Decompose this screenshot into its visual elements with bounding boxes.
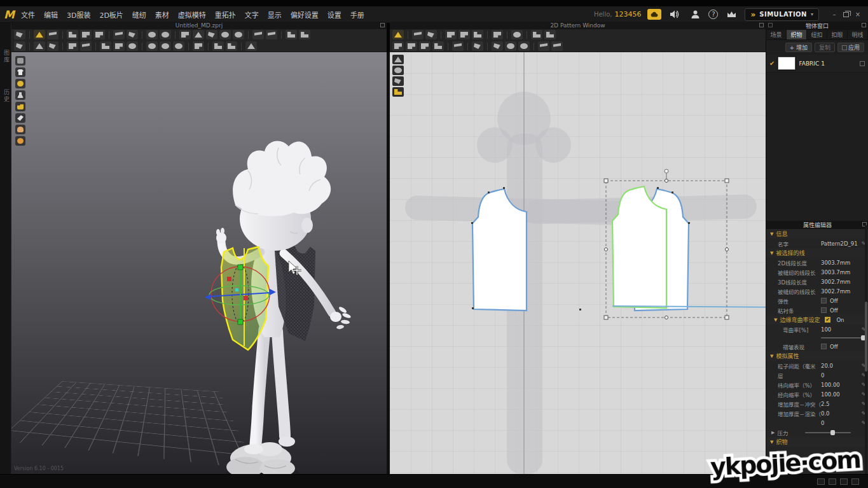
menu-item-avatar[interactable]: 虚拟模特: [178, 10, 206, 20]
menu-item-3d-garment[interactable]: 3D服装: [67, 10, 90, 20]
object-window-expand-icon[interactable]: [862, 23, 866, 27]
grid-large-icon[interactable]: [299, 30, 310, 39]
tab-buttonhole[interactable]: 扣眼: [827, 30, 848, 39]
fabric-check-icon[interactable]: ✔: [769, 60, 775, 67]
avatar-display-icon[interactable]: [15, 90, 25, 100]
thickness-rendering-value[interactable]: 0.0: [821, 410, 858, 417]
pattern-fill-icon[interactable]: [505, 41, 516, 51]
topstitch-tool-icon[interactable]: [538, 41, 549, 51]
check-sewing-tool-icon[interactable]: [432, 41, 444, 51]
curvature-checkbox[interactable]: ✔: [825, 317, 830, 323]
simulation-button[interactable]: » SIMULATION ▾: [745, 8, 819, 21]
library-vertical-tab[interactable]: 图库: [3, 50, 11, 64]
collapse-icon[interactable]: ▼: [774, 317, 777, 323]
name-value[interactable]: Pattern2D_91: [821, 241, 858, 247]
fit-view-icon[interactable]: [392, 87, 404, 97]
mannequin-2d-icon[interactable]: [511, 30, 523, 39]
needle-tool-icon[interactable]: [266, 30, 277, 39]
menu-item-manual[interactable]: 手册: [350, 10, 364, 20]
elastic-checkbox[interactable]: [821, 298, 827, 303]
measure-tool-icon[interactable]: [113, 30, 125, 39]
crown-icon[interactable]: [724, 9, 738, 20]
shirt-texture-icon[interactable]: [472, 41, 483, 51]
apply-fabric-button[interactable]: 应用: [837, 43, 864, 52]
bond-tool-icon[interactable]: [160, 30, 171, 39]
edit-curve-tool-icon[interactable]: [425, 30, 437, 39]
menu-item-settings[interactable]: 设置: [327, 10, 341, 20]
menu-item-material[interactable]: 素材: [155, 10, 169, 20]
pleat-tool-icon[interactable]: [193, 41, 204, 51]
copy-fabric-button[interactable]: 复制: [815, 43, 835, 52]
account-icon[interactable]: [688, 9, 702, 20]
close-button[interactable]: ×: [854, 11, 862, 18]
bonding-checkbox[interactable]: [821, 307, 827, 313]
menu-item-display[interactable]: 显示: [268, 10, 282, 20]
fabric-options-icon[interactable]: [860, 61, 865, 66]
viewport-2d[interactable]: [390, 52, 766, 474]
polygon-tool-icon[interactable]: [458, 30, 470, 39]
segment-sewing-tool-icon[interactable]: [419, 41, 431, 51]
restore-button[interactable]: [843, 12, 849, 17]
menu-item-retopology[interactable]: 重拓扑: [215, 10, 236, 20]
simulation-dropdown-icon[interactable]: ▾: [811, 11, 813, 17]
collapse-icon[interactable]: ▼: [770, 354, 773, 359]
rectangle-tool-icon[interactable]: [472, 30, 483, 39]
knife-tool-icon[interactable]: [80, 41, 92, 51]
pressure-slider[interactable]: [805, 432, 851, 433]
cloth-display-icon[interactable]: [15, 113, 25, 123]
section-selected-line[interactable]: ▼ 被选择的线: [766, 248, 868, 258]
collapse-icon[interactable]: ▼: [770, 232, 773, 237]
pleats-tool-icon[interactable]: [492, 30, 503, 39]
button-tool-icon[interactable]: [146, 41, 158, 51]
edit-sewing-tool-icon[interactable]: [452, 41, 464, 51]
weft-shrinkage-value[interactable]: 100.00: [821, 382, 858, 388]
tab-fabric[interactable]: 织物: [787, 30, 807, 39]
section-curvature[interactable]: ▼ 边缘弯曲率设定 ✔ On: [766, 315, 868, 324]
texture-display-icon[interactable]: [15, 136, 25, 146]
axis-tool-icon[interactable]: [245, 41, 257, 51]
pucker-checkbox[interactable]: [821, 344, 827, 349]
pressure-value[interactable]: 0: [821, 420, 858, 426]
seam-tool-icon[interactable]: [392, 41, 404, 51]
menu-item-edit[interactable]: 编辑: [44, 10, 58, 20]
cloud-sync-icon[interactable]: [647, 9, 661, 20]
minimize-button[interactable]: –: [830, 11, 838, 18]
camera-tool-icon[interactable]: [34, 41, 45, 51]
curvature-slider[interactable]: [821, 337, 865, 338]
tab-scene[interactable]: 场景: [766, 30, 787, 39]
tab-button[interactable]: 纽扣: [807, 30, 827, 39]
hand-display-icon[interactable]: [15, 56, 25, 66]
pattern-weave-icon[interactable]: [518, 41, 530, 51]
collapse-icon[interactable]: ▼: [770, 251, 773, 256]
scissors-tool-icon[interactable]: [67, 41, 78, 51]
menu-item-2d-pattern[interactable]: 2D板片: [99, 10, 123, 20]
avatar-show-icon[interactable]: [219, 30, 231, 39]
garment-fit-icon[interactable]: [193, 30, 204, 39]
tape-tool-icon[interactable]: [252, 30, 264, 39]
move-gizmo-tool-icon[interactable]: [34, 30, 45, 39]
flatten-tool-icon[interactable]: [179, 30, 191, 39]
menu-item-sewing[interactable]: 缝纫: [132, 10, 146, 20]
pan-tool-icon[interactable]: [392, 66, 404, 75]
menu-item-preferences[interactable]: 偏好设置: [291, 10, 319, 20]
thickness-collision-value[interactable]: 2.5: [821, 401, 858, 407]
expand-pressure-icon[interactable]: ▶: [771, 430, 775, 435]
curvature-value[interactable]: 100: [821, 326, 858, 333]
fold-tool-icon[interactable]: [80, 30, 92, 39]
free-sewing-tool-icon[interactable]: [406, 41, 417, 51]
edit-pattern-tool-icon[interactable]: [412, 30, 424, 39]
avatar-pose-icon[interactable]: [233, 30, 244, 39]
layer-value[interactable]: 0: [821, 372, 858, 379]
select-tool-icon[interactable]: [14, 30, 25, 39]
grid-small-icon[interactable]: [286, 30, 297, 39]
grid-2d-icon[interactable]: [531, 30, 542, 39]
pen-tool-icon[interactable]: [47, 30, 59, 39]
render-tool-icon[interactable]: [47, 41, 59, 51]
viewport3d-expand-icon[interactable]: [380, 23, 385, 27]
add-point-tool-icon[interactable]: [445, 30, 457, 39]
menu-item-text[interactable]: 文字: [245, 10, 259, 20]
paint-tool-icon[interactable]: [100, 41, 111, 51]
fabric-swatch[interactable]: [778, 57, 796, 70]
warp-shrinkage-value[interactable]: 100.00: [821, 391, 858, 398]
gizmo-display-icon[interactable]: [15, 79, 25, 88]
